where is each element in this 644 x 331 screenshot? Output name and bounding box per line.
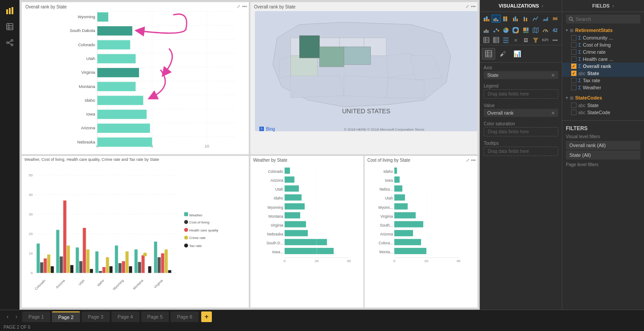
color-saturation-dropzone[interactable]: Drag data fields here <box>484 127 558 136</box>
field-cost-of-living[interactable]: Σ Cost of living <box>562 41 644 48</box>
multi-row-icon[interactable] <box>501 36 510 44</box>
visualizations-expand-arrow[interactable]: › <box>542 3 544 8</box>
state-filter[interactable]: State (All) <box>566 151 640 160</box>
kpi-icon[interactable]: KPI <box>541 36 550 44</box>
field-weather[interactable]: Σ Weather <box>562 84 644 91</box>
crime-label: Crime rate <box>583 49 605 55</box>
funnel-icon[interactable] <box>531 36 540 44</box>
value-dropdown[interactable]: Overall rank ✕ <box>484 109 558 117</box>
svg-rect-93 <box>122 261 125 272</box>
card-icon[interactable]: 42 <box>551 26 560 34</box>
statecodes-state-checkbox[interactable] <box>571 103 576 108</box>
page-next-btn[interactable]: › <box>12 312 20 321</box>
cost-chart[interactable]: Cost of living by State ⤢ ••• Idaho Iowa… <box>364 156 478 308</box>
report-view-icon[interactable] <box>3 4 17 18</box>
ribbon-chart-icon[interactable] <box>551 15 560 23</box>
format-section-icon[interactable]: 🖌 <box>496 48 509 60</box>
page-2-tab[interactable]: Page 2 <box>52 311 80 322</box>
community-checkbox[interactable] <box>571 35 576 40</box>
retirement-stats-label: RetirementStats <box>575 28 612 33</box>
more-visuals-icon[interactable]: ••• <box>551 36 560 44</box>
pie-icon[interactable] <box>501 26 510 34</box>
state-codes-header[interactable]: ▾ ⊞ StateCodes <box>562 94 644 102</box>
field-community[interactable]: Σ Community ... <box>562 34 644 41</box>
fields-tab[interactable]: FIELDS › <box>562 0 644 12</box>
area-chart-icon[interactable] <box>541 15 550 23</box>
top-left-chart[interactable]: Overall rank by State ⤢ ••• <box>21 2 249 155</box>
donut-icon[interactable] <box>511 26 520 34</box>
tax-sigma-icon: Σ <box>578 78 581 83</box>
map-expand-icon[interactable]: ⤢ <box>465 4 469 9</box>
treemap-icon[interactable] <box>521 26 530 34</box>
matrix-icon[interactable] <box>492 36 501 44</box>
analytics-section-icon[interactable]: 📊 <box>510 48 524 60</box>
tooltips-dropzone[interactable]: Drag data fields here <box>484 147 558 156</box>
map-icon[interactable] <box>531 26 540 34</box>
legend-dropzone[interactable]: Drag data fields here <box>484 89 558 99</box>
overall-rank-filter[interactable]: Overall rank (All) <box>566 141 640 150</box>
right-panel: VISUALIZATIONS › FIELDS › <box>480 0 644 310</box>
crime-sigma-icon: Σ <box>578 50 581 55</box>
line-chart-icon[interactable] <box>531 15 540 23</box>
data-view-icon[interactable] <box>3 20 17 34</box>
image-icon[interactable]: 🖼 <box>521 36 530 44</box>
statecode-field[interactable]: abc StateCode <box>562 109 644 116</box>
tax-checkbox[interactable] <box>571 78 576 83</box>
health-checkbox[interactable] <box>571 56 576 62</box>
svg-rect-54 <box>299 36 319 58</box>
map-more-icon[interactable]: ••• <box>471 4 476 9</box>
svg-text:Colorado: Colorado <box>78 42 95 47</box>
crime-checkbox[interactable] <box>571 49 576 55</box>
more-options-icon[interactable]: ••• <box>242 4 247 9</box>
retirement-stats-header[interactable]: ▾ ⊞ RetirementStats <box>562 26 644 34</box>
svg-rect-100 <box>148 266 151 273</box>
page-6-tab[interactable]: Page 6 <box>171 311 199 322</box>
axis-dropdown[interactable]: State ✕ <box>484 71 558 79</box>
statecodes-state-field[interactable]: abc State <box>562 102 644 109</box>
field-health-care[interactable]: Σ Health care ... <box>562 56 644 63</box>
weather-checkbox[interactable] <box>571 85 576 90</box>
cost-expand-icon[interactable]: ⤢ <box>466 158 469 163</box>
fields-search-input[interactable] <box>576 16 638 22</box>
svg-rect-183 <box>505 16 507 21</box>
value-clear-btn[interactable]: ✕ <box>551 111 555 116</box>
statecode-checkbox[interactable] <box>571 110 576 115</box>
cost-more-icon[interactable]: ••• <box>471 158 476 163</box>
page-3-tab[interactable]: Page 3 <box>82 311 110 322</box>
focus-mode-icon[interactable]: ⤢ <box>237 4 240 9</box>
model-view-icon[interactable] <box>3 36 17 50</box>
cost-checkbox[interactable] <box>571 42 576 48</box>
visualizations-tab[interactable]: VISUALIZATIONS › <box>480 0 562 12</box>
slicer-icon[interactable]: ≡ <box>511 36 520 44</box>
page-prev-btn[interactable]: ‹ <box>4 312 12 321</box>
field-crime-rate[interactable]: Σ Crime rate <box>562 48 644 56</box>
field-overall-rank[interactable]: ✓ Σ Overall rank <box>562 63 644 70</box>
table-icon2[interactable] <box>482 36 491 44</box>
field-state[interactable]: ✓ abc State <box>562 70 644 77</box>
clustered-bar-icon[interactable] <box>492 15 501 23</box>
svg-rect-161 <box>394 194 405 200</box>
svg-rect-105 <box>168 270 171 273</box>
stacked-col-icon[interactable] <box>521 15 530 23</box>
bottom-left-chart[interactable]: Weather, Cost of living, Health care qua… <box>21 156 249 308</box>
waterfall-icon[interactable] <box>482 26 491 34</box>
100pct-bar-icon[interactable] <box>501 15 510 23</box>
page-1-tab[interactable]: Page 1 <box>22 311 50 322</box>
fields-section-icon[interactable] <box>482 48 495 60</box>
health-sigma-icon: Σ <box>578 57 581 62</box>
page-4-tab[interactable]: Page 4 <box>111 311 139 322</box>
clustered-col-icon[interactable] <box>511 15 520 23</box>
add-page-btn[interactable]: + <box>201 311 212 322</box>
state-checkbox[interactable]: ✓ <box>571 71 576 76</box>
svg-text:Wyoming: Wyoming <box>112 278 124 291</box>
top-right-chart[interactable]: Overall rank by State ⤢ ••• <box>250 2 478 155</box>
field-tax-rate[interactable]: Σ Tax rate <box>562 77 644 84</box>
stacked-bar-icon[interactable] <box>482 15 491 23</box>
weather-chart[interactable]: Weather by State Colorado Arizona Utah I… <box>250 156 364 308</box>
fields-expand-arrow[interactable]: › <box>612 3 614 8</box>
gauge-icon[interactable] <box>541 26 550 34</box>
axis-clear-btn[interactable]: ✕ <box>551 73 555 78</box>
page-5-tab[interactable]: Page 5 <box>141 311 169 322</box>
overall-rank-checkbox[interactable]: ✓ <box>571 64 576 69</box>
scatter-icon[interactable] <box>492 26 501 34</box>
